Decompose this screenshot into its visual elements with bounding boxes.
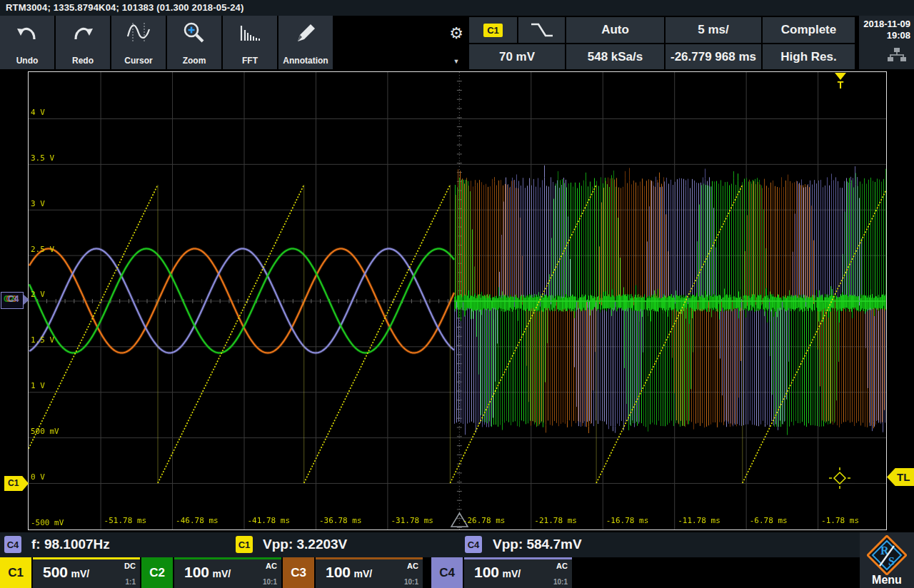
zoom-label: Zoom xyxy=(167,56,221,66)
measurement-bar: C4f: 98.1007HzC1Vpp: 3.2203VC4Vpp: 584.7… xyxy=(0,532,914,557)
channel-probe-ratio: 1:1 xyxy=(126,578,136,586)
trigger-level-cell[interactable]: 70 mV xyxy=(469,44,565,69)
channel-badge-c1[interactable]: C1 xyxy=(0,557,31,588)
annotation-label: Annotation xyxy=(278,56,333,66)
measurement-source-badge: C4 xyxy=(4,536,21,553)
time-axis-label: -26.78 ms xyxy=(463,516,506,525)
waveform-canvas[interactable] xyxy=(29,72,886,529)
datetime-panel: 2018-11-09 19:08 xyxy=(859,16,914,69)
fft-label: FFT xyxy=(223,56,277,66)
time-label: 19:08 xyxy=(887,30,910,41)
time-axis-label: -36.78 ms xyxy=(319,516,362,525)
channel-probe-ratio: 10:1 xyxy=(263,578,277,586)
menu-label: Menu xyxy=(860,574,914,587)
acquisition-mode-cell[interactable]: High Res. xyxy=(763,44,855,69)
trigger-source-badge: C1 xyxy=(483,24,503,37)
gear-icon: ⚙ xyxy=(444,16,468,51)
measurement-source-badge: C4 xyxy=(465,536,482,553)
undo-button[interactable]: Undo xyxy=(0,16,54,69)
settings-button[interactable]: ⚙ ▼ xyxy=(444,16,468,69)
voltage-axis-label: -500 mV xyxy=(31,518,64,527)
acquisition-status-cell[interactable]: Complete xyxy=(763,17,855,43)
trigger-level-marker[interactable]: TL xyxy=(887,468,914,486)
menu-button[interactable]: R S Menu xyxy=(860,532,914,588)
fft-icon xyxy=(238,21,262,45)
channel-probe-ratio: 10:1 xyxy=(553,578,568,586)
voltage-axis-label: 1 V xyxy=(31,381,45,390)
title-bar: RTM3004; 1335.8794K04; 101383 (01.300 20… xyxy=(0,0,914,16)
channel-panel-c4[interactable]: 100 mV/AC10:1 xyxy=(464,557,572,588)
timebase-cell[interactable]: 5 ms/ xyxy=(666,17,761,43)
channel-coupling: DC xyxy=(124,562,136,570)
device-info: RTM3004; 1335.8794K04; 101383 (01.300 20… xyxy=(6,2,244,13)
network-lan-icon xyxy=(887,47,907,64)
voltage-axis-label: 0 V xyxy=(31,472,45,482)
voltage-axis-label: 500 mV xyxy=(31,427,59,436)
voltage-axis-label: 1.5 V xyxy=(31,335,54,345)
measurement-source-badge: C1 xyxy=(236,536,253,553)
toolbar: Undo Redo Cursor Zoom xyxy=(0,16,914,69)
measurement-readout: Vpp: 3.2203V xyxy=(263,537,347,552)
undo-label: Undo xyxy=(0,56,54,66)
measurement-readout: Vpp: 584.7mV xyxy=(493,537,582,552)
redo-icon xyxy=(71,21,95,45)
channel-badge-c3[interactable]: C3 xyxy=(283,557,314,588)
time-axis-label: -1.78 ms xyxy=(821,516,859,525)
channel-badge-c4[interactable]: C4 xyxy=(431,557,463,588)
time-axis-label: -41.78 ms xyxy=(248,516,291,525)
annotation-button[interactable]: Annotation xyxy=(278,16,333,69)
channel-scale: 100 mV/ xyxy=(184,564,231,581)
chevron-down-icon: ▼ xyxy=(444,58,468,65)
time-axis-label: -31.78 ms xyxy=(391,516,433,525)
time-axis-label: -46.78 ms xyxy=(176,516,219,525)
channel-panel-c3[interactable]: 100 mV/AC10:1 xyxy=(316,557,423,588)
sample-rate-cell[interactable]: 548 kSa/s xyxy=(566,44,664,69)
voltage-axis-label: 3.5 V xyxy=(31,153,54,163)
annotation-pencil-icon xyxy=(293,21,318,45)
cursor-icon xyxy=(126,21,151,45)
channel-panel-c1[interactable]: 500 mV/DC1:1 xyxy=(33,557,140,588)
time-axis-label: -11.78 ms xyxy=(678,516,720,525)
redo-button[interactable]: Redo xyxy=(56,16,110,69)
channel-scale: 100 mV/ xyxy=(474,564,521,581)
trigger-time-marker[interactable]: T xyxy=(829,73,852,94)
measurement-readout: f: 98.1007Hz xyxy=(31,537,110,552)
zoom-button[interactable]: Zoom xyxy=(167,16,221,69)
channel-coupling: AC xyxy=(556,562,568,570)
marker-tip xyxy=(23,294,29,305)
svg-text:S: S xyxy=(888,555,895,567)
time-axis-label: -51.78 ms xyxy=(104,516,147,525)
channel-panel-c2[interactable]: 100 mV/AC10:1 xyxy=(174,557,281,588)
channel-scale: 100 mV/ xyxy=(326,564,372,581)
trigger-mode-cell[interactable]: Auto xyxy=(566,17,664,43)
rohde-schwarz-logo: R S xyxy=(867,535,907,575)
redo-label: Redo xyxy=(56,56,110,66)
channel-coupling: AC xyxy=(266,562,277,570)
channel1-offset-marker[interactable]: C1 xyxy=(4,476,29,491)
falling-edge-icon xyxy=(528,21,556,39)
time-axis-label: -6.78 ms xyxy=(750,516,788,525)
trigger-source-cell[interactable]: C1 xyxy=(469,17,517,43)
channel-coupling: AC xyxy=(407,562,418,570)
zoom-icon xyxy=(182,21,206,45)
channel234-offset-marker[interactable]: C2 C3 C4 xyxy=(1,292,24,309)
cursor-button[interactable]: Cursor xyxy=(111,16,166,69)
date-label: 2018-11-09 xyxy=(863,19,910,29)
oscilloscope-screen: RTM3004; 1335.8794K04; 101383 (01.300 20… xyxy=(0,0,914,588)
time-axis-label: -21.78 ms xyxy=(534,516,577,525)
horizontal-position-cell[interactable]: -26.779 968 ms xyxy=(666,44,761,69)
voltage-axis-label: 4 V xyxy=(31,108,45,117)
channel-scale: 500 mV/ xyxy=(43,564,89,581)
voltage-axis-label: 3 V xyxy=(31,199,45,208)
undo-icon xyxy=(15,21,39,45)
time-axis-label: -16.78 ms xyxy=(606,516,649,525)
voltage-axis-label: 2.5 V xyxy=(31,245,54,254)
cursor-label: Cursor xyxy=(111,56,166,66)
channel-bar: C1500 mV/DC1:1C2100 mV/AC10:1C3100 mV/AC… xyxy=(0,557,914,588)
trigger-slope-cell[interactable] xyxy=(518,17,565,43)
voltage-axis-label: 2 V xyxy=(31,290,45,299)
fft-button[interactable]: FFT xyxy=(223,16,277,69)
channel-probe-ratio: 10:1 xyxy=(404,578,418,586)
channel-badge-c2[interactable]: C2 xyxy=(141,557,173,588)
waveform-display[interactable]: T C1 C2 C3 C4 TL 4 V3.5 V3 V2.5 V2 V1.5 … xyxy=(28,71,887,530)
